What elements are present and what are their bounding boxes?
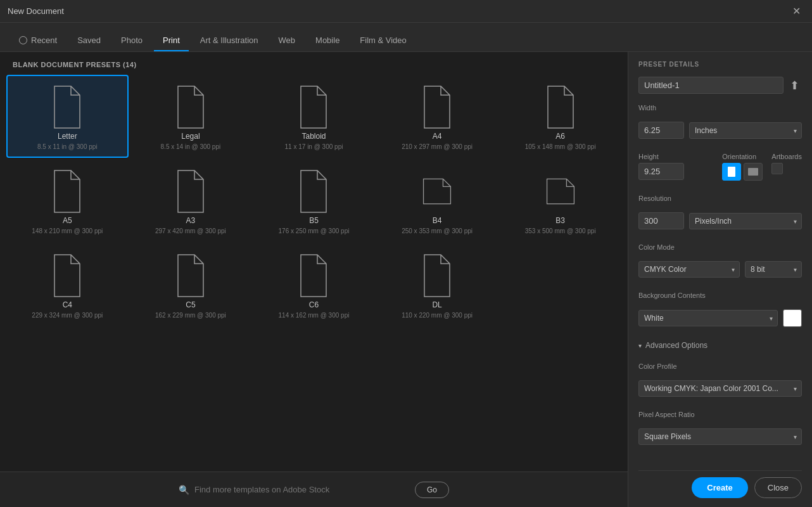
tab-label-recent: Recent	[31, 35, 57, 45]
pixel-aspect-label: Pixel Aspect Ratio	[638, 411, 802, 418]
document-name-input[interactable]	[638, 77, 783, 94]
right-panel: PRESET DETAILS ⬆ Width PixelsInchesCenti…	[628, 52, 812, 507]
preset-name-b3: B3	[555, 216, 565, 225]
preset-item-a4[interactable]: A4210 x 297 mm @ 300 ppi	[376, 75, 498, 158]
preset-item-letter[interactable]: Letter8.5 x 11 in @ 300 ppi	[6, 75, 129, 158]
tab-photo[interactable]: Photo	[112, 30, 151, 51]
resolution-unit-select[interactable]: Pixels/InchPixels/Centimeter	[689, 213, 802, 229]
preset-size-tabloid: 11 x 17 in @ 300 ppi	[285, 143, 343, 150]
search-input[interactable]	[194, 485, 410, 494]
pixel-aspect-select[interactable]: Square Pixels D1/DV NTSC (0.91) D1/DV PA…	[638, 428, 802, 445]
preset-size-b4: 250 x 353 mm @ 300 ppi	[402, 228, 473, 234]
title-bar: New Document ✕	[0, 0, 812, 23]
preset-name-a6: A6	[555, 132, 565, 141]
height-label: Height	[638, 153, 713, 160]
preset-name-legal: Legal	[181, 132, 200, 141]
bg-color-swatch[interactable]	[783, 309, 802, 327]
preset-icon-legal	[172, 85, 210, 132]
preset-name-a4: A4	[433, 132, 442, 141]
color-depth-select[interactable]: 8 bit16 bit32 bit	[745, 261, 802, 278]
resolution-label: Resolution	[638, 195, 802, 202]
preset-name-letter: Letter	[58, 132, 77, 141]
width-input[interactable]	[638, 122, 684, 139]
preset-icon-dl	[418, 254, 456, 300]
preset-item-legal[interactable]: Legal8.5 x 14 in @ 300 ppi	[130, 75, 252, 158]
tab-print[interactable]: Print	[154, 30, 189, 51]
chevron-down-icon: ▾	[638, 342, 642, 349]
preset-item-c5[interactable]: C5162 x 229 mm @ 300 ppi	[130, 243, 252, 326]
preset-size-a5: 148 x 210 mm @ 300 ppi	[32, 228, 103, 234]
preset-size-letter: 8.5 x 11 in @ 300 ppi	[37, 143, 98, 150]
preset-icon-b5	[295, 169, 333, 216]
portrait-button[interactable]	[722, 163, 741, 181]
preset-name-c5: C5	[186, 300, 195, 309]
bottom-buttons: Create Close	[638, 470, 802, 498]
preset-name-dl: DL	[432, 300, 441, 309]
bg-contents-select[interactable]: WhiteBackground ColorTransparentCustom..…	[638, 310, 778, 326]
color-profile-select[interactable]: Working CMYK: Japan Color 2001 Co...	[638, 380, 802, 397]
artboards-checkbox[interactable]	[771, 163, 783, 174]
preset-icon-c5	[172, 254, 210, 300]
main-layout: BLANK DOCUMENT PRESETS (14) Letter8.5 x …	[0, 52, 812, 507]
color-mode-select[interactable]: BitmapGrayscaleRGB ColorCMYK ColorLab Co…	[638, 261, 740, 278]
preset-size-b5: 176 x 250 mm @ 300 ppi	[279, 228, 350, 234]
landscape-button[interactable]	[744, 163, 763, 181]
width-unit-select-wrap: PixelsInchesCentimetersMillimetersPoints…	[689, 122, 802, 139]
preset-item-c4[interactable]: C4229 x 324 mm @ 300 ppi	[6, 243, 129, 326]
artboards-section: Artboards	[771, 153, 802, 174]
search-bar: 🔍 Go	[0, 472, 628, 507]
create-button[interactable]: Create	[692, 477, 747, 498]
bg-contents-wrap: WhiteBackground ColorTransparentCustom..…	[638, 310, 778, 326]
preset-icon-b4	[418, 169, 456, 216]
tab-mobile[interactable]: Mobile	[307, 30, 348, 51]
tab-art[interactable]: Art & Illustration	[191, 30, 267, 51]
resolution-unit-wrap: Pixels/InchPixels/Centimeter	[689, 213, 802, 229]
advanced-options-toggle[interactable]: ▾ Advanced Options	[638, 341, 802, 350]
preset-item-b4[interactable]: B4250 x 353 mm @ 300 ppi	[376, 159, 498, 242]
save-preset-button[interactable]: ⬆	[787, 77, 802, 94]
tab-web[interactable]: Web	[270, 30, 305, 51]
color-profile-wrap: Working CMYK: Japan Color 2001 Co...	[638, 380, 802, 397]
preset-icon-letter	[48, 85, 86, 132]
artboards-label: Artboards	[771, 153, 802, 160]
color-profile-row: Working CMYK: Japan Color 2001 Co...	[638, 380, 802, 397]
orientation-group	[722, 163, 763, 181]
preset-item-tabloid[interactable]: Tabloid11 x 17 in @ 300 ppi	[253, 75, 375, 158]
tab-label-web: Web	[279, 35, 296, 45]
tab-bar: RecentSavedPhotoPrintArt & IllustrationW…	[0, 23, 812, 52]
advanced-options-label: Advanced Options	[645, 341, 707, 350]
preset-name-tabloid: Tabloid	[301, 132, 326, 141]
color-depth-wrap: 8 bit16 bit32 bit	[745, 261, 802, 278]
resolution-input[interactable]	[638, 212, 684, 229]
tab-label-print: Print	[163, 35, 180, 45]
preset-size-a6: 105 x 148 mm @ 300 ppi	[525, 143, 596, 150]
go-button[interactable]: Go	[415, 482, 449, 498]
pixel-aspect-row: Square Pixels D1/DV NTSC (0.91) D1/DV PA…	[638, 428, 802, 445]
width-unit-select[interactable]: PixelsInchesCentimetersMillimetersPoints…	[689, 122, 802, 139]
preset-item-a6[interactable]: A6105 x 148 mm @ 300 ppi	[499, 75, 621, 158]
preset-item-a5[interactable]: A5148 x 210 mm @ 300 ppi	[6, 159, 129, 242]
preset-item-a3[interactable]: A3297 x 420 mm @ 300 ppi	[130, 159, 252, 242]
preset-icon-c6	[295, 254, 333, 300]
tab-recent[interactable]: Recent	[10, 30, 66, 51]
preset-details-label: PRESET DETAILS	[638, 61, 802, 68]
title-close-button[interactable]: ✕	[789, 4, 804, 18]
orientation-section: Orientation	[722, 153, 763, 181]
preset-item-b3[interactable]: B3353 x 500 mm @ 300 ppi	[499, 159, 621, 242]
color-profile-label: Color Profile	[638, 363, 802, 370]
resolution-row: Pixels/InchPixels/Centimeter	[638, 212, 802, 229]
close-button[interactable]: Close	[754, 477, 802, 498]
preset-item-b5[interactable]: B5176 x 250 mm @ 300 ppi	[253, 159, 375, 242]
height-input[interactable]	[638, 163, 684, 180]
tab-saved[interactable]: Saved	[68, 30, 110, 51]
search-icon: 🔍	[179, 485, 189, 495]
preset-name-a5: A5	[63, 216, 72, 225]
left-panel: BLANK DOCUMENT PRESETS (14) Letter8.5 x …	[0, 52, 628, 507]
tab-film[interactable]: Film & Video	[351, 30, 415, 51]
tab-label-mobile: Mobile	[315, 35, 339, 45]
preset-name-a3: A3	[186, 216, 196, 225]
preset-name-b4: B4	[433, 216, 442, 225]
portrait-icon	[728, 167, 735, 177]
preset-item-c6[interactable]: C6114 x 162 mm @ 300 ppi	[253, 243, 375, 326]
preset-item-dl[interactable]: DL110 x 220 mm @ 300 ppi	[376, 243, 498, 326]
